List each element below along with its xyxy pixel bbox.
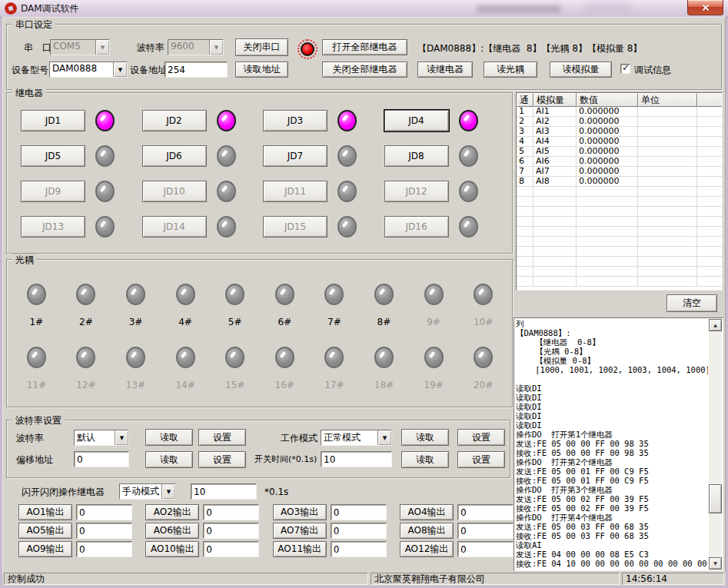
baudrate-set-value: 默认 [75, 430, 115, 445]
read-analog-button[interactable]: 读模拟量 [550, 61, 612, 78]
open-all-relays-button[interactable]: 打开全部继电器 [322, 39, 407, 55]
analog-header-0[interactable]: 通 [517, 93, 534, 107]
analog-header-4[interactable] [697, 93, 722, 107]
scroll-down-icon[interactable]: ▼ [709, 557, 722, 570]
chevron-down-icon[interactable]: ▼ [161, 484, 175, 499]
relay-button-jd16[interactable]: JD16 [384, 216, 449, 238]
chevron-down-icon[interactable]: ▼ [209, 40, 223, 55]
flash-mode-select[interactable]: 手动模式 ▼ [119, 483, 176, 500]
opto-cell: 3# [126, 284, 145, 327]
close-port-button[interactable]: 关闭串口 [235, 38, 288, 56]
work-mode-value: 正常模式 [321, 430, 377, 445]
relay-led-jd11 [337, 181, 357, 202]
baudrate-set-button[interactable]: 设置 [198, 429, 246, 446]
offset-read-button[interactable]: 读取 [145, 451, 193, 468]
analog-cell [697, 147, 722, 157]
output-input-8[interactable] [457, 523, 514, 539]
switch-time-set-button[interactable]: 设置 [457, 451, 505, 468]
port-select[interactable]: COM5 ▼ [50, 39, 110, 55]
offset-address-input[interactable] [74, 451, 129, 467]
output-input-6[interactable] [203, 523, 259, 539]
output-input-11[interactable] [331, 541, 387, 557]
relay-button-jd8[interactable]: JD8 [384, 145, 449, 167]
relay-button-jd14[interactable]: JD14 [142, 216, 207, 238]
output-button-AO7输出[interactable]: AO7输出 [273, 523, 327, 539]
chevron-down-icon[interactable]: ▼ [377, 430, 391, 445]
output-input-12[interactable] [457, 541, 514, 557]
relay-button-jd13[interactable]: JD13 [21, 216, 85, 238]
relay-button-jd3[interactable]: JD3 [263, 110, 327, 131]
baudrate-select[interactable]: 9600 ▼ [168, 39, 224, 55]
opto-group: 光耦 1#2#3#4#5#6#7#8#9#10# 11#12#13#14#15#… [6, 259, 513, 407]
output-button-AO12输出[interactable]: AO12输出 [400, 541, 454, 557]
baudrate-read-button[interactable]: 读取 [145, 429, 193, 446]
output-unit-1: AO1输出 [18, 504, 132, 520]
device-address-input[interactable] [165, 61, 228, 78]
offset-set-button[interactable]: 设置 [198, 451, 246, 468]
scrollbar-thumb[interactable] [709, 484, 722, 513]
output-button-AO1输出[interactable]: AO1输出 [18, 504, 72, 520]
relay-button-jd1[interactable]: JD1 [21, 110, 85, 131]
output-button-AO3输出[interactable]: AO3输出 [273, 504, 327, 520]
output-button-AO5输出[interactable]: AO5输出 [18, 523, 72, 539]
output-button-AO6输出[interactable]: AO6输出 [145, 523, 199, 539]
switch-time-input[interactable] [321, 451, 392, 467]
baudrate-set-select[interactable]: 默认 ▼ [74, 430, 129, 446]
relay-button-jd9[interactable]: JD9 [21, 181, 85, 202]
output-input-4[interactable] [457, 504, 514, 520]
switch-time-read-button[interactable]: 读取 [401, 451, 449, 468]
close-button[interactable] [687, 0, 723, 15]
scroll-up-icon[interactable]: ▲ [709, 319, 722, 331]
relay-group-title: 继电器 [12, 87, 46, 100]
output-button-AO2输出[interactable]: AO2输出 [145, 504, 199, 520]
read-opto-button[interactable]: 读光耦 [484, 61, 537, 78]
log-panel[interactable]: 列 【DAM0888】: 【继电器 0-8】 【光耦 0-8】 【模拟量 0-8… [514, 317, 723, 571]
model-select[interactable]: DAM0888 ▼ [49, 61, 128, 78]
opto-led-11# [27, 347, 46, 368]
relay-button-jd10[interactable]: JD10 [142, 181, 207, 202]
chevron-down-icon[interactable]: ▼ [113, 62, 127, 77]
output-button-AO4输出[interactable]: AO4输出 [400, 504, 454, 520]
analog-header-3[interactable]: 单位 [638, 93, 697, 107]
relay-button-jd6[interactable]: JD6 [142, 145, 207, 167]
output-input-2[interactable] [203, 504, 259, 520]
opto-led-14# [176, 347, 195, 368]
relay-button-jd5[interactable]: JD5 [21, 145, 85, 167]
relay-button-jd7[interactable]: JD7 [263, 145, 327, 167]
output-input-1[interactable] [76, 504, 132, 520]
analog-header-2[interactable]: 数值 [577, 93, 638, 107]
analog-cell [697, 187, 722, 197]
relay-button-jd11[interactable]: JD11 [263, 181, 327, 202]
clear-log-button[interactable]: 清空 [667, 294, 717, 312]
work-mode-read-button[interactable]: 读取 [401, 429, 449, 446]
analog-empty-row [517, 257, 722, 267]
relay-button-jd4[interactable]: JD4 [384, 110, 449, 131]
read-relay-button[interactable]: 读继电器 [417, 61, 473, 78]
flash-time-input[interactable] [191, 483, 257, 500]
relay-button-jd15[interactable]: JD15 [263, 216, 327, 238]
read-address-button[interactable]: 读取地址 [235, 61, 288, 78]
output-input-9[interactable] [76, 541, 132, 557]
output-input-5[interactable] [76, 523, 132, 539]
titlebar[interactable]: DAM调试软件 [0, 0, 728, 18]
debug-info-checkbox[interactable]: ✓ [620, 64, 630, 74]
work-mode-select[interactable]: 正常模式 ▼ [321, 430, 392, 446]
output-input-7[interactable] [331, 523, 387, 539]
output-input-10[interactable] [203, 541, 259, 557]
chevron-down-icon[interactable]: ▼ [95, 40, 109, 55]
log-scrollbar[interactable]: ▲ ▼ [709, 319, 722, 570]
output-input-3[interactable] [331, 504, 387, 520]
output-button-AO10输出[interactable]: AO10输出 [145, 541, 199, 557]
relay-button-jd2[interactable]: JD2 [142, 110, 207, 131]
analog-cell [697, 137, 722, 147]
opto-label-9#: 9# [427, 317, 440, 327]
output-button-AO11输出[interactable]: AO11输出 [273, 541, 327, 557]
close-all-relays-button[interactable]: 关闭全部继电器 [322, 61, 407, 78]
work-mode-set-button[interactable]: 设置 [457, 429, 505, 446]
analog-header-1[interactable]: 模拟量 [534, 93, 577, 107]
output-button-AO9输出[interactable]: AO9输出 [18, 541, 72, 557]
output-button-AO8输出[interactable]: AO8输出 [400, 523, 454, 539]
chevron-down-icon[interactable]: ▼ [115, 430, 128, 445]
relay-button-jd12[interactable]: JD12 [384, 181, 449, 202]
debug-info-label: 调试信息 [634, 65, 671, 75]
